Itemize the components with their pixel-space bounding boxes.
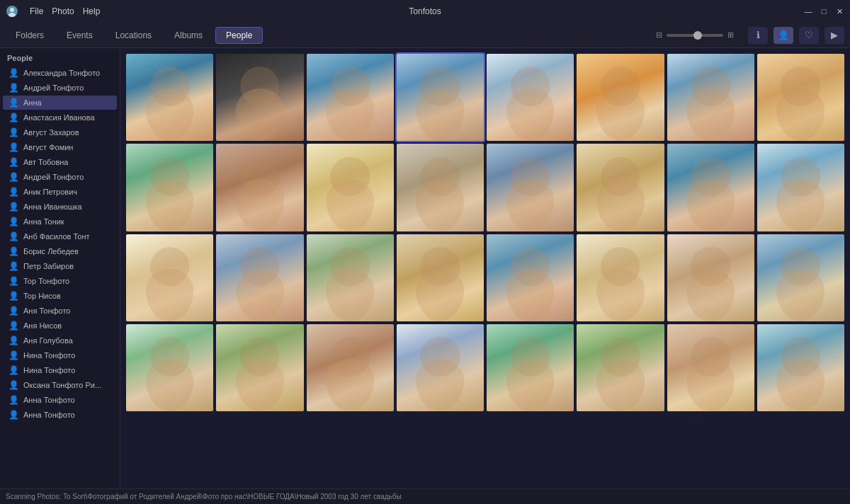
face-photo-6 <box>577 54 664 141</box>
file-menu[interactable]: File <box>30 6 43 16</box>
face-photo-29 <box>487 324 574 411</box>
sidebar-item-person-11[interactable]: 👤 Анна Тоник <box>3 214 117 229</box>
photo-cell-6[interactable] <box>577 54 664 141</box>
photo-cell-1[interactable] <box>126 54 213 141</box>
person-icon: 👤 <box>8 395 19 405</box>
sidebar-item-person-1[interactable]: 👤 Александра Тонфото <box>3 66 117 80</box>
sidebar-item-person-20[interactable]: 👤 Нина Тонфото <box>3 348 117 362</box>
photo-cell-22[interactable] <box>577 234 664 321</box>
heart-button[interactable]: ♡ <box>799 27 819 44</box>
sidebar-item-person-17[interactable]: 👤 Аня Тонфото <box>3 304 117 318</box>
photo-cell-13[interactable] <box>487 144 574 231</box>
photo-cell-18[interactable] <box>216 234 303 321</box>
sidebar-item-person-12[interactable]: 👤 Анб Фасилов Тонт <box>3 229 117 244</box>
tab-events[interactable]: Events <box>57 28 103 43</box>
person-icon: 👤 <box>8 202 19 212</box>
sidebar-item-person-4[interactable]: 👤 Анастасия Иванова <box>3 110 117 125</box>
person-label: Оксана Тонфото Ри... <box>23 381 101 389</box>
person-label: Александра Тонфото <box>23 69 100 77</box>
photo-cell-2[interactable] <box>216 54 303 141</box>
help-menu[interactable]: Help <box>83 6 101 16</box>
tab-locations[interactable]: Locations <box>106 28 162 43</box>
sidebar-item-person-10[interactable]: 👤 Анна Иванюшка <box>3 200 117 214</box>
photo-cell-26[interactable] <box>216 324 303 411</box>
photo-cell-16[interactable] <box>757 144 844 231</box>
tab-people[interactable]: People <box>215 27 263 44</box>
person-label: Тор Тонфото <box>23 277 69 285</box>
photo-cell-4[interactable] <box>397 54 484 141</box>
sidebar-item-person-3[interactable]: 👤 Анна <box>3 96 117 110</box>
photo-cell-29[interactable] <box>487 324 574 411</box>
tab-albums[interactable]: Albums <box>164 28 212 43</box>
sidebar-item-person-5[interactable]: 👤 Август Захаров <box>3 125 117 139</box>
photo-cell-25[interactable] <box>126 324 213 411</box>
face-photo-7 <box>667 54 754 141</box>
photo-cell-3[interactable] <box>307 54 394 141</box>
sidebar-item-person-21[interactable]: 👤 Нина Тонфото <box>3 363 117 377</box>
sidebar-item-person-19[interactable]: 👤 Аня Голубова <box>3 333 117 348</box>
sidebar-item-person-22[interactable]: 👤 Оксана Тонфото Ри... <box>3 378 117 392</box>
person-label: Анб Фасилов Тонт <box>23 232 90 241</box>
sidebar-item-person-15[interactable]: 👤 Тор Тонфото <box>3 274 117 288</box>
sidebar-item-person-16[interactable]: 👤 Тор Нисов <box>3 289 117 303</box>
photo-cell-24[interactable] <box>757 234 844 321</box>
person-label: Андрей Тонфото <box>23 84 84 92</box>
photo-cell-30[interactable] <box>577 324 664 411</box>
sidebar-item-person-2[interactable]: 👤 Андрей Тонфото <box>3 81 117 95</box>
person-label: Анна Тоник <box>23 217 64 226</box>
svg-point-2 <box>8 13 16 17</box>
sidebar: People 👤 Александра Тонфото 👤 Андрей Тон… <box>0 48 120 488</box>
info-button[interactable]: ℹ <box>748 27 768 44</box>
sidebar-item-person-13[interactable]: 👤 Борис Лебедев <box>3 244 117 258</box>
photo-cell-15[interactable] <box>667 144 754 231</box>
face-photo-27 <box>307 324 394 411</box>
photo-cell-19[interactable] <box>307 234 394 321</box>
sidebar-item-person-9[interactable]: 👤 Аник Петрович <box>3 185 117 199</box>
photo-cell-21[interactable] <box>487 234 574 321</box>
person-label: Анна Иванюшка <box>23 202 82 211</box>
face-photo-14 <box>577 144 664 231</box>
photo-cell-7[interactable] <box>667 54 754 141</box>
sidebar-item-person-8[interactable]: 👤 Андрей Тонфото <box>3 170 117 184</box>
person-label: Анна Тонфото <box>23 411 75 419</box>
person-icon: 👤 <box>8 321 19 331</box>
person-icon: 👤 <box>8 68 19 78</box>
photo-cell-5[interactable] <box>487 54 574 141</box>
close-button[interactable]: ✕ <box>834 6 844 16</box>
photo-cell-31[interactable] <box>667 324 754 411</box>
sidebar-item-person-6[interactable]: 👤 Август Фомин <box>3 140 117 154</box>
person-icon: 👤 <box>8 127 19 137</box>
sidebar-item-person-18[interactable]: 👤 Аня Нисов <box>3 319 117 333</box>
photo-cell-8[interactable] <box>757 54 844 141</box>
sidebar-item-person-14[interactable]: 👤 Петр Забиров <box>3 259 117 273</box>
photo-cell-12[interactable] <box>397 144 484 231</box>
play-button[interactable]: ▶ <box>824 27 844 44</box>
person-label: Петр Забиров <box>23 262 74 270</box>
tab-folders[interactable]: Folders <box>6 28 54 43</box>
person-icon: 👤 <box>8 350 19 360</box>
photo-cell-14[interactable] <box>577 144 664 231</box>
sidebar-item-person-24[interactable]: 👤 Анна Тонфото <box>3 408 117 422</box>
photo-cell-9[interactable] <box>126 144 213 231</box>
photo-row-1 <box>126 144 844 231</box>
photo-cell-10[interactable] <box>216 144 303 231</box>
status-bar: Scanning Photos: To Sort\Фотографий от Р… <box>0 488 850 504</box>
person-label: Авт Тобовна <box>23 158 68 166</box>
photo-cell-17[interactable] <box>126 234 213 321</box>
photo-cell-32[interactable] <box>757 324 844 411</box>
zoom-thumb[interactable] <box>693 31 702 40</box>
photo-cell-11[interactable] <box>307 144 394 231</box>
photo-cell-20[interactable] <box>397 234 484 321</box>
photo-area[interactable] <box>120 48 850 488</box>
photo-cell-23[interactable] <box>667 234 754 321</box>
minimize-button[interactable]: — <box>803 6 813 16</box>
sidebar-item-person-7[interactable]: 👤 Авт Тобовна <box>3 155 117 169</box>
photo-cell-28[interactable] <box>397 324 484 411</box>
sidebar-item-person-23[interactable]: 👤 Анна Тонфото <box>3 393 117 407</box>
photo-cell-27[interactable] <box>307 324 394 411</box>
photo-menu[interactable]: Photo <box>52 6 74 16</box>
face-button[interactable]: 👤 <box>774 27 793 44</box>
person-label: Борис Лебедев <box>23 247 79 256</box>
zoom-slider[interactable] <box>667 34 723 37</box>
maximize-button[interactable]: □ <box>819 6 829 16</box>
